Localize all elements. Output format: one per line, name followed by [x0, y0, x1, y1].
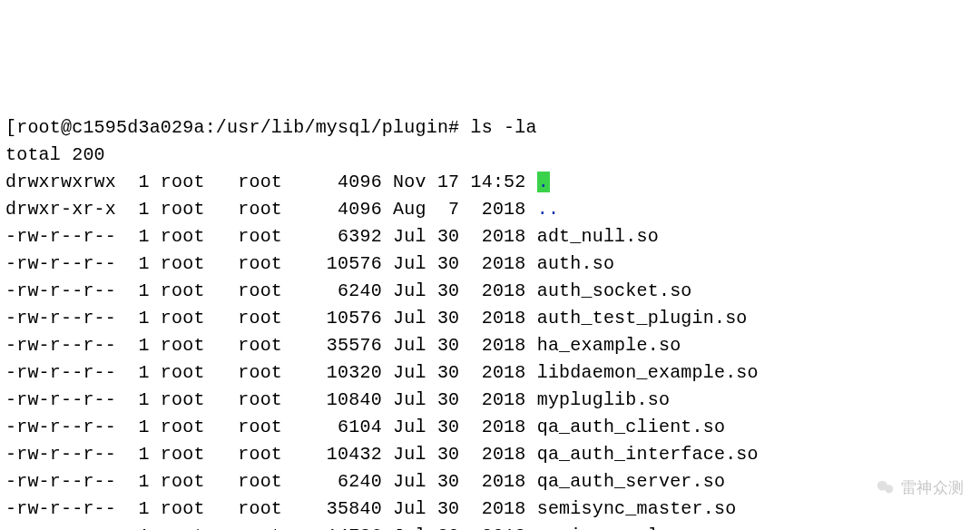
file-name: qa_auth_client.so	[537, 417, 725, 437]
file-name: semisync_master.so	[537, 498, 737, 519]
file-listing: drwxrwxrwx 1 root root 4096 Nov 17 14:52…	[5, 169, 975, 530]
dir-parent: ..	[537, 199, 559, 220]
file-name: qa_auth_interface.so	[537, 444, 759, 465]
total-line: total 200	[5, 144, 105, 165]
file-row: -rw-r--r-- 1 root root 6240 Jul 30 2018 …	[5, 471, 725, 492]
file-row: -rw-r--r-- 1 root root 6104 Jul 30 2018 …	[5, 417, 725, 437]
file-name: qa_auth_server.so	[537, 471, 725, 492]
dir-current: .	[537, 172, 550, 192]
file-name: auth_test_plugin.so	[537, 308, 748, 329]
file-row: -rw-r--r-- 1 root root 10576 Jul 30 2018…	[5, 308, 748, 329]
file-row: drwxr-xr-x 1 root root 4096 Aug 7 2018 .…	[5, 199, 559, 220]
file-row: -rw-r--r-- 1 root root 10320 Jul 30 2018…	[5, 362, 759, 383]
file-name: adt_null.so	[537, 226, 659, 247]
file-row: -rw-r--r-- 1 root root 35576 Jul 30 2018…	[5, 335, 681, 356]
file-name: mypluglib.so	[537, 389, 670, 410]
file-row: -rw-r--r-- 1 root root 14736 Jul 30 2018…	[5, 525, 725, 530]
file-row: -rw-r--r-- 1 root root 6240 Jul 30 2018 …	[5, 280, 692, 301]
file-name: auth_socket.so	[537, 280, 692, 301]
file-row: -rw-r--r-- 1 root root 10432 Jul 30 2018…	[5, 444, 759, 465]
file-row: -rw-r--r-- 1 root root 6392 Jul 30 2018 …	[5, 226, 659, 247]
file-name: semisync_slave.so	[537, 525, 725, 530]
file-row: -rw-r--r-- 1 root root 35840 Jul 30 2018…	[5, 498, 736, 519]
file-row: drwxrwxrwx 1 root root 4096 Nov 17 14:52…	[5, 172, 550, 192]
file-row: -rw-r--r-- 1 root root 10840 Jul 30 2018…	[5, 389, 670, 410]
file-name: libdaemon_example.so	[537, 362, 759, 383]
file-name: auth.so	[537, 253, 614, 274]
prompt-line[interactable]: [root@c1595d3a029a:/usr/lib/mysql/plugin…	[5, 117, 537, 138]
file-row: -rw-r--r-- 1 root root 10576 Jul 30 2018…	[5, 253, 614, 274]
file-name: ha_example.so	[537, 335, 681, 356]
